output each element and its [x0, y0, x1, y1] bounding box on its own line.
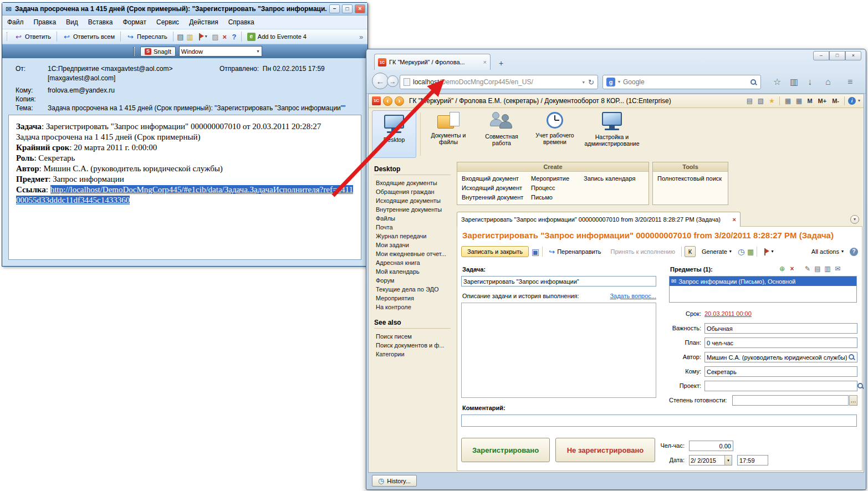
- description-textarea[interactable]: [461, 303, 656, 398]
- importance-input[interactable]: [704, 323, 857, 334]
- reload-icon[interactable]: [588, 79, 594, 86]
- new-tab-button[interactable]: [494, 58, 508, 68]
- subject-list-empty-row[interactable]: [670, 286, 856, 295]
- url-dropdown-icon[interactable]: [581, 80, 585, 84]
- create-calendar-entry[interactable]: Запись календаря: [584, 175, 635, 184]
- project-lookup-icon[interactable]: [857, 382, 864, 390]
- menu-actions[interactable]: Действия: [184, 16, 223, 28]
- menu-tools[interactable]: Сервис: [151, 16, 184, 28]
- menu-file[interactable]: Файл: [2, 16, 29, 28]
- url-bar[interactable]: localhost/DemoDocMngCorp445/en_US/: [400, 75, 598, 89]
- date-dropdown-icon[interactable]: [724, 456, 732, 465]
- plan-input[interactable]: [704, 337, 857, 348]
- author-input[interactable]: [704, 352, 857, 362]
- collapse-panel-icon[interactable]: [850, 215, 859, 224]
- document-tab-close-icon[interactable]: [733, 217, 736, 223]
- task-link[interactable]: http://localhost/DemoDocMngCorp445/#e1ci…: [16, 185, 353, 204]
- add-favorite-icon[interactable]: [767, 96, 776, 105]
- section-documents[interactable]: Документы и файлы: [422, 108, 475, 156]
- assignee-input[interactable]: [704, 366, 857, 377]
- menu-insert[interactable]: Вставка: [83, 16, 118, 28]
- open-menu-icon[interactable]: [847, 78, 852, 86]
- document-tab[interactable]: Зарегистрировать "Запрос информации" 000…: [457, 212, 741, 227]
- search-engine-dropdown-icon[interactable]: [618, 80, 620, 84]
- menu-edit[interactable]: Правка: [29, 16, 62, 28]
- sidebar-item-incoming[interactable]: Входящие документы: [369, 178, 456, 187]
- junk-icon[interactable]: [211, 33, 219, 41]
- print-preview-icon[interactable]: [756, 96, 765, 105]
- section-time-tracking[interactable]: Учет рабочего времени: [528, 108, 581, 156]
- toolbar-grip[interactable]: [7, 32, 8, 41]
- sidebar-item-mail[interactable]: Почта: [369, 223, 456, 232]
- maximize-button[interactable]: [342, 4, 353, 13]
- mail-subject-icon[interactable]: [834, 265, 841, 273]
- m-minus-button[interactable]: M-: [830, 98, 841, 104]
- calendar-plus-icon[interactable]: [747, 248, 754, 255]
- forward-button[interactable]: [387, 75, 399, 87]
- generate-button[interactable]: Generate: [698, 247, 735, 257]
- create-event[interactable]: Мероприятие: [531, 175, 569, 184]
- search-bar[interactable]: [603, 75, 761, 89]
- history-button[interactable]: History...: [372, 475, 417, 487]
- section-desktop[interactable]: Desktop: [372, 110, 416, 158]
- maximize-button[interactable]: [829, 51, 845, 60]
- accept-button[interactable]: Принять к исполнению: [607, 247, 678, 257]
- bookmarks-menu-icon[interactable]: [790, 78, 798, 86]
- minimize-button[interactable]: [813, 51, 829, 60]
- control-button[interactable]: К: [685, 246, 696, 257]
- create-process[interactable]: Процесс: [531, 184, 569, 193]
- save-icon[interactable]: [532, 248, 539, 256]
- project-input[interactable]: [704, 381, 857, 391]
- help-icon[interactable]: [850, 248, 858, 256]
- sidebar-item-citizen-requests[interactable]: Обращения граждан: [369, 187, 456, 196]
- minimize-button[interactable]: [329, 4, 340, 13]
- registered-button[interactable]: Зарегистрировано: [461, 438, 550, 462]
- add-subject-icon[interactable]: [778, 265, 786, 273]
- manhours-input[interactable]: [689, 441, 733, 451]
- sidebar-item-files[interactable]: Файлы: [369, 214, 456, 223]
- redirect-button[interactable]: Перенаправить: [545, 247, 604, 257]
- app-back-button[interactable]: [383, 96, 392, 106]
- create-internal-document[interactable]: Внутренний документ: [462, 193, 523, 203]
- author-lookup-icon[interactable]: [848, 354, 855, 361]
- sidebar-item-internal[interactable]: Внутренние документы: [369, 205, 456, 214]
- ask-question-link[interactable]: Задать вопрос...: [600, 293, 656, 299]
- print-icon[interactable]: [745, 96, 754, 105]
- calendar-icon[interactable]: [783, 96, 792, 105]
- reply-button[interactable]: Ответить: [12, 32, 54, 42]
- sidebar-item-forum[interactable]: Форум: [369, 276, 456, 285]
- create-incoming-document[interactable]: Входящий документ: [462, 175, 523, 184]
- save-and-close-button[interactable]: Записать и закрыть: [461, 246, 529, 257]
- tab-close-icon[interactable]: [483, 59, 487, 65]
- toolbar-grip[interactable]: [133, 47, 135, 56]
- browser-tab[interactable]: ГК "Меркурий" / Фролова...: [374, 54, 491, 70]
- forward-button[interactable]: Переслать: [124, 32, 170, 42]
- sidebar-item-events[interactable]: Мероприятия: [369, 294, 456, 303]
- calculator-icon[interactable]: [794, 96, 803, 105]
- m-plus-button[interactable]: M+: [816, 98, 829, 104]
- info-icon[interactable]: [848, 97, 856, 105]
- sidebar-item-search-letters[interactable]: Поиск писем: [369, 332, 456, 341]
- clock-plus-icon[interactable]: [738, 248, 744, 255]
- date-input[interactable]: [690, 456, 724, 465]
- chevron-down-icon[interactable]: [858, 99, 860, 103]
- back-button[interactable]: [372, 73, 389, 89]
- copy-subject-icon[interactable]: [824, 265, 831, 273]
- search-icon[interactable]: [750, 79, 757, 86]
- sidebar-item-categories[interactable]: Категории: [369, 350, 456, 359]
- sidebar-item-search-documents[interactable]: Поиск документов и ф...: [369, 341, 456, 350]
- evernote-button[interactable]: Add to Evernote 4: [244, 32, 309, 42]
- all-actions-button[interactable]: All actions: [808, 247, 847, 257]
- sidebar-item-transfer-log[interactable]: Журнал передачи: [369, 232, 456, 241]
- move-to-folder-icon[interactable]: [186, 33, 194, 41]
- open-subject-icon[interactable]: [814, 265, 821, 273]
- sidebar-item-on-control[interactable]: На контроле: [369, 303, 456, 311]
- sidebar-item-outgoing[interactable]: Исходящие документы: [369, 196, 456, 205]
- time-input[interactable]: [737, 455, 768, 466]
- help-icon[interactable]: [230, 33, 238, 41]
- sidebar-item-daily-reports[interactable]: Мои ежедневные отчет...: [369, 249, 456, 258]
- due-date-link[interactable]: 20.03.2011 00:00: [704, 310, 752, 317]
- sidebar-item-my-tasks[interactable]: Мои задачи: [369, 241, 456, 249]
- bookmark-star-icon[interactable]: [773, 78, 781, 86]
- subject-list-item[interactable]: Запрос информации (Письмо), Основной: [670, 277, 856, 286]
